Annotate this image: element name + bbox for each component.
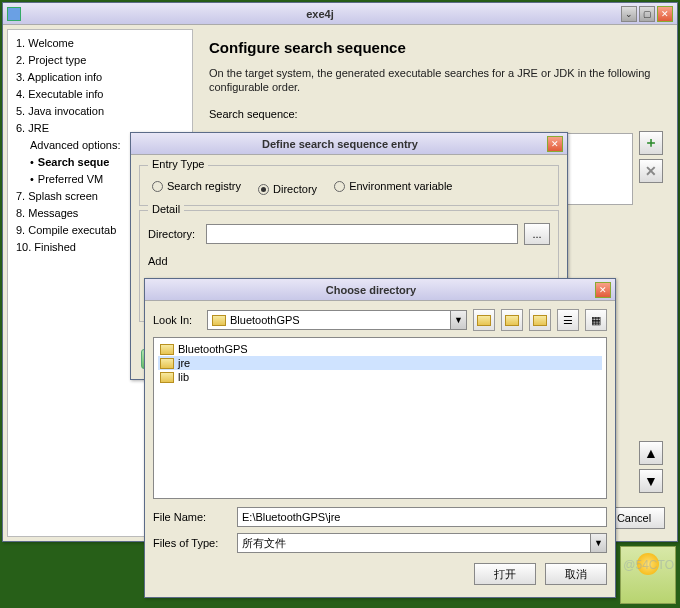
details-view-button[interactable]: ▦ [585,309,607,331]
file-name-label: File Name: [153,511,231,523]
open-button[interactable]: 打开 [474,563,536,585]
page-heading: Configure search sequence [209,39,663,56]
file-list[interactable]: BluetoothGPS jre lib [153,337,607,499]
list-item[interactable]: lib [158,370,602,384]
directory-input[interactable] [206,224,518,244]
look-in-combo[interactable]: BluetoothGPS ▼ [207,310,467,330]
folder-icon [160,372,174,383]
main-titlebar: exe4j ⌄ ▢ ✕ [3,3,677,25]
browse-button[interactable]: ... [524,223,550,245]
choose-close-button[interactable]: ✕ [595,282,611,298]
step-executable-info[interactable]: 4. Executable info [16,86,184,103]
list-item[interactable]: jre [158,356,602,370]
up-folder-button[interactable] [473,309,495,331]
move-up-button[interactable]: ▲ [639,441,663,465]
define-close-button[interactable]: ✕ [547,136,563,152]
choose-cancel-button[interactable]: 取消 [545,563,607,585]
home-button[interactable] [501,309,523,331]
radio-directory[interactable]: Directory [258,183,317,195]
radio-env-var[interactable]: Environment variable [334,180,452,192]
new-folder-button[interactable] [529,309,551,331]
entry-type-group: Entry Type Search registry Directory Env… [139,165,559,206]
main-title: exe4j [21,8,619,20]
file-name-input[interactable]: E:\BluetoothGPS\jre [237,507,607,527]
step-welcome[interactable]: 1. Welcome [16,35,184,52]
chevron-down-icon[interactable]: ▼ [590,534,606,552]
folder-icon [160,358,174,369]
entry-type-legend: Entry Type [148,158,208,170]
list-item[interactable]: BluetoothGPS [158,342,602,356]
define-title: Define search sequence entry [135,138,545,150]
page-description: On the target system, the generated exec… [209,66,663,94]
remove-entry-button[interactable]: ✕ [639,159,663,183]
add-hint: Add [148,255,550,267]
minimize-button[interactable]: ⌄ [621,6,637,22]
step-java-invocation[interactable]: 5. Java invocation [16,103,184,120]
files-of-type-label: Files of Type: [153,537,231,549]
move-down-button[interactable]: ▼ [639,469,663,493]
look-in-label: Look In: [153,314,203,326]
search-sequence-label: Search sequence: [209,108,663,120]
choose-title: Choose directory [149,284,593,296]
list-view-button[interactable]: ☰ [557,309,579,331]
step-application-info[interactable]: 3. Application info [16,69,184,86]
define-titlebar: Define search sequence entry ✕ [131,133,567,155]
add-entry-button[interactable]: ＋ [639,131,663,155]
close-button[interactable]: ✕ [657,6,673,22]
choose-titlebar: Choose directory ✕ [145,279,615,301]
directory-label: Directory: [148,228,200,240]
detail-legend: Detail [148,203,184,215]
app-icon [7,7,21,21]
desktop-widget [620,546,676,604]
weather-icon [637,553,659,575]
step-project-type[interactable]: 2. Project type [16,52,184,69]
radio-search-registry[interactable]: Search registry [152,180,241,192]
maximize-button[interactable]: ▢ [639,6,655,22]
folder-icon [160,344,174,355]
files-of-type-combo[interactable]: 所有文件 ▼ [237,533,607,553]
chevron-down-icon[interactable]: ▼ [450,311,466,329]
folder-icon [212,315,226,326]
